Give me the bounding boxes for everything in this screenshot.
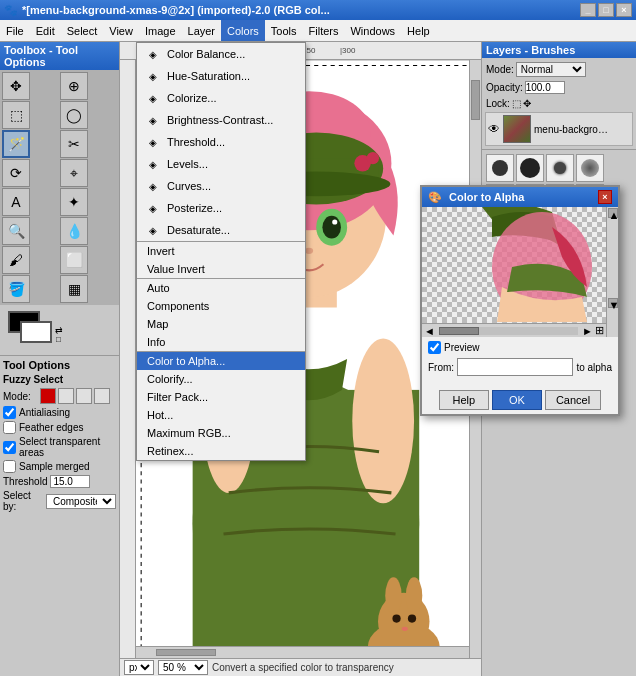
brush-item[interactable] <box>486 154 514 182</box>
layer-item[interactable]: 👁 menu-background- <box>485 112 633 146</box>
default-colors-icon[interactable]: □ <box>56 335 61 344</box>
menu-auto[interactable]: Auto <box>137 278 305 297</box>
threshold-input[interactable] <box>50 475 90 488</box>
scroll-up-btn[interactable]: ▲ <box>608 208 618 218</box>
dialog-preview-hscroll[interactable]: ◄ ► ⊞ <box>422 323 606 337</box>
svg-point-28 <box>402 627 408 631</box>
from-color-swatch[interactable] <box>457 358 573 376</box>
unit-select[interactable]: px <box>124 660 154 675</box>
menu-filter-pack[interactable]: Filter Pack... <box>137 388 305 406</box>
tool-crop[interactable]: ✂ <box>60 130 88 158</box>
tool-bucket[interactable]: 🪣 <box>2 275 30 303</box>
lock-position-icon[interactable]: ✥ <box>523 98 531 109</box>
menu-components[interactable]: Components <box>137 297 305 315</box>
brush-item[interactable] <box>516 154 544 182</box>
dialog-close-button[interactable]: × <box>598 190 612 204</box>
zoom-fit-btn[interactable]: ⊞ <box>595 324 604 337</box>
help-button[interactable]: Help <box>439 390 489 410</box>
menu-maximum-rgb[interactable]: Maximum RGB... <box>137 424 305 442</box>
lock-pixels-icon[interactable]: ⬚ <box>512 98 521 109</box>
menu-threshold[interactable]: ◈ Threshold... <box>137 131 305 153</box>
menu-windows[interactable]: Windows <box>344 20 401 41</box>
menu-retinex[interactable]: Retinex... <box>137 442 305 460</box>
antialiasing-checkbox[interactable] <box>3 406 16 419</box>
tool-transform[interactable]: ⟳ <box>2 159 30 187</box>
select-by-select[interactable]: Composite <box>46 494 116 509</box>
scroll-left-btn[interactable]: ◄ <box>424 325 435 337</box>
tool-text[interactable]: A <box>2 188 30 216</box>
menu-view[interactable]: View <box>103 20 139 41</box>
menu-invert[interactable]: Invert <box>137 241 305 260</box>
tool-rect-select[interactable]: ⬚ <box>2 101 30 129</box>
brush-item[interactable] <box>546 154 574 182</box>
dialog-title-text: 🎨 Color to Alpha <box>428 191 524 204</box>
ok-button[interactable]: OK <box>492 390 542 410</box>
mode-intersect-icon[interactable] <box>94 388 110 404</box>
tool-zoom[interactable]: 🔍 <box>2 217 30 245</box>
layer-visibility-icon[interactable]: 👁 <box>488 122 500 136</box>
tool-heal[interactable]: ✦ <box>60 188 88 216</box>
menu-desaturate[interactable]: ◈ Desaturate... <box>137 219 305 241</box>
cancel-button[interactable]: Cancel <box>545 390 601 410</box>
mode-subtract-icon[interactable] <box>76 388 92 404</box>
menu-help[interactable]: Help <box>401 20 436 41</box>
tool-fuzzy-select[interactable]: 🪄 <box>2 130 30 158</box>
menu-posterize[interactable]: ◈ Posterize... <box>137 197 305 219</box>
menu-file[interactable]: File <box>0 20 30 41</box>
tool-perspective[interactable]: ⌖ <box>60 159 88 187</box>
menu-info[interactable]: Info <box>137 333 305 351</box>
menu-color-balance[interactable]: ◈ Color Balance... <box>137 43 305 65</box>
menu-hot[interactable]: Hot... <box>137 406 305 424</box>
horizontal-scrollbar[interactable] <box>136 646 469 658</box>
dialog-preview-vscroll[interactable]: ▲ ▼ <box>606 207 618 337</box>
menu-colorize[interactable]: ◈ Colorize... <box>137 87 305 109</box>
opacity-input[interactable] <box>525 81 565 94</box>
menu-value-invert[interactable]: Value Invert <box>137 260 305 278</box>
curves-icon: ◈ <box>145 178 161 194</box>
menu-map[interactable]: Map <box>137 315 305 333</box>
menu-select[interactable]: Select <box>61 20 104 41</box>
hscroll-thumb[interactable] <box>439 327 479 335</box>
scroll-right-btn[interactable]: ► <box>582 325 593 337</box>
menu-color-to-alpha[interactable]: Color to Alpha... <box>137 351 305 370</box>
close-button[interactable]: × <box>616 3 632 17</box>
brightness-contrast-icon: ◈ <box>145 112 161 128</box>
menu-filters[interactable]: Filters <box>303 20 345 41</box>
title-bar-buttons[interactable]: _ □ × <box>580 3 632 17</box>
menu-tools[interactable]: Tools <box>265 20 303 41</box>
menu-colors[interactable]: Colors <box>221 20 265 41</box>
swap-colors-icon[interactable]: ⇄ <box>55 325 63 335</box>
tool-ellipse-select[interactable]: ◯ <box>60 101 88 129</box>
menu-colorify[interactable]: Colorify... <box>137 370 305 388</box>
background-color[interactable] <box>20 321 52 343</box>
preview-checkbox[interactable] <box>428 341 441 354</box>
select-transparent-checkbox[interactable] <box>3 441 16 454</box>
preview-label: Preview <box>444 342 480 353</box>
tool-eraser[interactable]: ⬜ <box>60 246 88 274</box>
maximize-button[interactable]: □ <box>598 3 614 17</box>
tool-move[interactable]: ⊕ <box>60 72 88 100</box>
brush-item[interactable] <box>576 154 604 182</box>
horizontal-scroll-thumb[interactable] <box>156 649 216 656</box>
menu-hue-saturation[interactable]: ◈ Hue-Saturation... <box>137 65 305 87</box>
feather-edges-checkbox[interactable] <box>3 421 16 434</box>
hscroll-track[interactable] <box>439 327 578 335</box>
zoom-select[interactable]: 50 % <box>158 660 208 675</box>
tool-eyedropper[interactable]: 💧 <box>60 217 88 245</box>
blend-mode-select[interactable]: Normal <box>516 62 586 77</box>
scroll-down-btn[interactable]: ▼ <box>608 298 618 308</box>
menu-layer[interactable]: Layer <box>182 20 222 41</box>
menu-curves[interactable]: ◈ Curves... <box>137 175 305 197</box>
menu-brightness-contrast[interactable]: ◈ Brightness-Contrast... <box>137 109 305 131</box>
mode-replace-icon[interactable] <box>40 388 56 404</box>
menu-levels[interactable]: ◈ Levels... <box>137 153 305 175</box>
minimize-button[interactable]: _ <box>580 3 596 17</box>
mode-add-icon[interactable] <box>58 388 74 404</box>
tool-gradient[interactable]: ▦ <box>60 275 88 303</box>
tool-selection[interactable]: ✥ <box>2 72 30 100</box>
tool-paint[interactable]: 🖌 <box>2 246 30 274</box>
sample-merged-checkbox[interactable] <box>3 460 16 473</box>
menu-image[interactable]: Image <box>139 20 182 41</box>
menu-edit[interactable]: Edit <box>30 20 61 41</box>
vertical-scroll-thumb[interactable] <box>471 80 480 120</box>
